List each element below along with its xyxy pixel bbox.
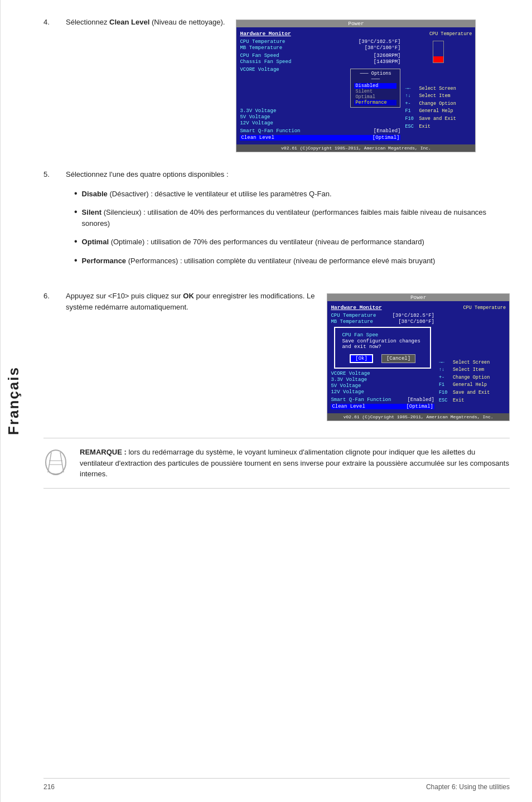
step-4-section: 4. Sélectionnez Clean Level (Niveau de n…	[43, 17, 510, 152]
note-box: REMARQUE : lors du redémarrage du systèm…	[43, 438, 510, 489]
bios-value-clean-level: [Optimal]	[373, 135, 400, 141]
bios-options-container: VCORE Voltage ─── Options ─── Disabled S…	[240, 67, 400, 126]
bios-row-vcore: VCORE Voltage ─── Options ─── Disabled S…	[240, 67, 400, 108]
keybind2-key-4: F1	[439, 381, 451, 389]
bios-keybinds-1: →← Select Screen ↑↓ Select Item +-	[405, 85, 472, 131]
keybind2-key-3: +-	[439, 374, 451, 382]
keybind-desc-1: Select Screen	[419, 85, 456, 93]
bios-row-cpu-fan: CPU Fan Speed [3260RPM]	[240, 53, 400, 59]
bios-body-2: Hardware Monitor CPU Temperature [39°C/1…	[327, 301, 509, 413]
keybind-key-4: F1	[405, 108, 417, 115]
keybind-row-5: F10 Save and Exit	[405, 115, 472, 123]
note-pencil-icon	[43, 447, 69, 477]
step-6-text: Appuyez sur <F10> puis cliquez sur OK po…	[66, 291, 316, 312]
keybind2-row-3: +- Change Option	[439, 374, 506, 382]
bios-cpu-temp-right-label: CPU Temperature	[405, 31, 472, 38]
bios-screenshot-2: Power Hardware Monitor CPU Temperature […	[327, 293, 510, 421]
bios-label-2-3v3: 3.3V Voltage	[331, 377, 392, 383]
bios-row-clean-level: Clean Level [Optimal]	[240, 135, 400, 141]
keybind2-key-2: ↑↓	[439, 366, 451, 374]
step-4-text-suffix: (Niveau de nettoyage).	[149, 18, 225, 26]
keybind-row-6: ESC Exit	[405, 123, 472, 131]
keybind2-row-2: ↑↓ Select Item	[439, 366, 506, 374]
step-6-content: Appuyez sur <F10> puis cliquez sur OK po…	[66, 291, 510, 421]
keybind-key-3: +-	[405, 100, 417, 108]
option-silent-desc: (Silencieux) : utilisation de 40% des pe…	[82, 208, 487, 228]
keybind-row-1: →← Select Screen	[405, 85, 472, 93]
bios-chart-placeholder	[405, 41, 472, 69]
bios-ok-button[interactable]: [Ok]	[350, 354, 373, 363]
bullet-2: •	[74, 207, 78, 216]
note-body: lors du redémarrage du système, le voyan…	[80, 448, 509, 478]
keybind2-desc-1: Select Screen	[453, 359, 490, 367]
step-6-number: 6.	[43, 291, 66, 300]
bios-option-silent: Silent	[354, 89, 396, 94]
bios-title-2: Power	[410, 294, 427, 301]
note-text: REMARQUE : lors du redémarrage du systèm…	[80, 447, 510, 480]
bios-label-cpu-fan: CPU Fan Speed	[240, 53, 301, 59]
bios-cancel-button[interactable]: [Cancel]	[381, 354, 415, 363]
option-optimal-text: Optimal (Optimale) : utilisation de 70% …	[82, 236, 424, 248]
bios-value-smart-qfan: [Enabled]	[374, 128, 401, 134]
keybind2-key-1: →←	[439, 359, 451, 367]
keybind2-row-4: F1 General Help	[439, 381, 506, 389]
bios-label-2-cpu-temp: CPU Temperature	[331, 313, 392, 318]
option-optimal-bold: Optimal	[82, 238, 109, 246]
bios-label-chassis-fan: Chassis Fan Speed	[240, 59, 301, 65]
bios-label-clean-level: Clean Level	[241, 135, 302, 141]
step-5-number: 5.	[43, 169, 66, 178]
step-5-intro: Sélectionnez l'une des quatre options di…	[66, 169, 510, 180]
bios-label-mb-temp: MB Temperature	[240, 45, 301, 51]
bios-row-2-12v: 12V Voltage	[331, 389, 434, 395]
bios-left-1: Hardware Monitor CPU Temperature [39°C/1…	[240, 31, 400, 141]
bios-row-chassis-fan: Chassis Fan Speed [1439RPM]	[240, 59, 400, 65]
bios-label-5v: 5V Voltage	[240, 114, 301, 120]
bios-title-bar-1: Power	[236, 20, 475, 27]
keybind-key-5: F10	[405, 115, 417, 123]
bios-row-2-smart-qfan: Smart Q-Fan Function [Enabled]	[331, 397, 434, 403]
option-disable-bold: Disable	[82, 190, 108, 198]
bios-label-2-smart-qfan: Smart Q-Fan Function	[331, 397, 392, 403]
bios-option-performance: Performance	[354, 100, 396, 105]
bios-label-2-12v: 12V Voltage	[331, 389, 392, 395]
keybind-desc-4: General Help	[419, 108, 453, 115]
keybind2-desc-2: Select Item	[453, 366, 484, 374]
bios-row-mb-temp: MB Temperature [38°C/100°F]	[240, 45, 400, 51]
keybind2-desc-5: Save and Exit	[453, 389, 490, 397]
bios-right-1: CPU Temperature →← Select Screen	[405, 31, 472, 141]
bios-dialog-text: Save configuration changes and exit now?	[342, 339, 423, 350]
option-silent-bold: Silent	[82, 208, 101, 216]
bios-section-title-1: Hardware Monitor	[240, 31, 400, 37]
sidebar: Français	[0, 0, 27, 802]
bios-row-smart-qfan: Smart Q-Fan Function [Enabled]	[240, 128, 400, 134]
keybind-row-3: +- Change Option	[405, 100, 472, 108]
bios-title-bar-2: Power	[327, 294, 509, 301]
bios-label-cpu-temp: CPU Temperature	[240, 39, 301, 45]
keybind-desc-6: Exit	[419, 123, 430, 131]
option-silent-text: Silent (Silencieux) : utilisation de 40%…	[82, 207, 510, 229]
step-6-layout: Appuyez sur <F10> puis cliquez sur OK po…	[66, 291, 510, 421]
bios-title-1: Power	[348, 21, 364, 27]
bios-row-2-cpu-fan-dialog: CPU Fan Spee	[342, 332, 423, 338]
option-optimal: • Optimal (Optimale) : utilisation de 70…	[74, 236, 510, 248]
keybind-desc-3: Change Option	[419, 100, 456, 108]
bios-screenshot-1: Power Hardware Monitor CPU Temperature […	[236, 20, 476, 152]
bios-row-3v3: 3.3V Voltage	[240, 108, 400, 114]
note-label: REMARQUE :	[80, 448, 127, 456]
step-4-layout: Sélectionnez Clean Level (Niveau de nett…	[66, 17, 510, 152]
option-performance-bold: Performance	[82, 257, 126, 265]
bios-row-2-cpu-temp: CPU Temperature [39°C/102.5°F]	[331, 313, 434, 318]
bullet-4: •	[74, 256, 78, 265]
bios-option-disabled: Disabled	[354, 83, 396, 89]
bios-value-2-cpu-temp: [39°C/102.5°F]	[392, 313, 434, 318]
step-6-bold: OK	[183, 292, 194, 300]
option-performance: • Performance (Performances) : utilisati…	[74, 255, 510, 267]
keybind2-row-1: →← Select Screen	[439, 359, 506, 367]
bios-label-2-clean-level: Clean Level	[332, 404, 393, 409]
bios-row-2-5v: 5V Voltage	[331, 383, 434, 389]
keybind2-desc-6: Exit	[453, 397, 464, 405]
bios-row-5v: 5V Voltage	[240, 114, 400, 120]
step-5-options-list: • Disable (Désactiver) : désactive le ve…	[74, 189, 510, 267]
bios-option-optimal: Optimal	[354, 94, 396, 100]
bios-chart-placeholder-2	[439, 315, 506, 331]
